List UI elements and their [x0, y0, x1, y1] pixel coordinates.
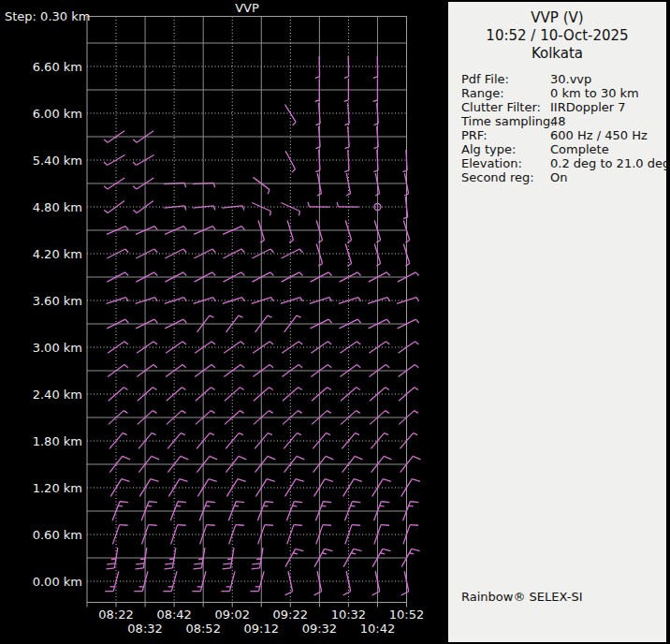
- wind-barb: [344, 103, 349, 125]
- barb-feather: [164, 568, 172, 569]
- barb-feather: [125, 227, 128, 230]
- barb-feather: [385, 433, 389, 435]
- meta-row-range: Range: 0 km to 30 km: [461, 86, 666, 100]
- barb-feather: [413, 456, 420, 460]
- barb-feather: [337, 202, 338, 207]
- wind-barb: [315, 126, 320, 149]
- barb-feather: [354, 479, 362, 482]
- barb-staff: [348, 126, 350, 147]
- barb-feather: [268, 456, 275, 460]
- barb-feather: [325, 479, 333, 482]
- wind-barb: [398, 342, 418, 354]
- barb-feather: [357, 365, 360, 368]
- wind-barb: [168, 479, 187, 497]
- barb-feather: [154, 227, 157, 230]
- barb-feather: [153, 411, 156, 414]
- barb-feather: [384, 456, 391, 460]
- meta-value: 600 Hz / 450 Hz: [550, 128, 666, 142]
- barb-feather: [269, 342, 273, 344]
- barb-feather: [120, 502, 128, 503]
- x-axis-label: 10:42: [360, 622, 395, 636]
- barb-feather: [207, 525, 215, 526]
- barb-feather: [270, 249, 273, 253]
- barb-feather: [297, 315, 301, 317]
- meta-label: Second reg:: [461, 170, 550, 184]
- barb-feather: [125, 319, 128, 323]
- barb-feather: [328, 319, 331, 323]
- meta-row-elevation: Elevation: 0.2 deg to 21.0 deg: [461, 156, 666, 170]
- barb-feather: [182, 411, 185, 414]
- barb-staff: [377, 103, 379, 124]
- barb-feather: [415, 342, 419, 344]
- barb-feather: [315, 77, 320, 78]
- barb-feather: [124, 388, 127, 390]
- barb-feather: [308, 202, 309, 207]
- barb-feather: [265, 525, 273, 526]
- barb-feather: [165, 564, 173, 564]
- barb-feather: [154, 319, 157, 323]
- barb-feather: [135, 568, 143, 569]
- barb-feather: [133, 210, 137, 212]
- barb-staff: [113, 571, 119, 591]
- metadata-list: Pdf File: 30.vvp Range: 0 km to 30 km Cl…: [448, 72, 666, 184]
- y-axis-label: 0.00 km: [33, 575, 82, 589]
- wind-barb: [397, 298, 419, 304]
- barb-feather: [149, 502, 157, 503]
- wind-barb: [109, 433, 127, 449]
- meta-value: 0.2 deg to 21.0 deg: [550, 156, 670, 170]
- barb-feather: [238, 479, 246, 482]
- barb-feather: [125, 249, 128, 253]
- barb-feather: [213, 298, 216, 301]
- barb-feather: [265, 502, 273, 503]
- barb-feather: [357, 342, 360, 344]
- meta-value: Complete: [550, 142, 666, 156]
- barb-feather: [211, 388, 214, 390]
- meta-value: 30.vvp: [550, 72, 666, 86]
- barb-feather: [410, 502, 418, 503]
- barb-feather: [343, 592, 351, 595]
- barb-feather: [184, 298, 187, 301]
- meta-value: 0 km to 30 km: [550, 86, 666, 100]
- x-axis-label: 08:32: [127, 622, 162, 636]
- barb-feather: [380, 505, 385, 506]
- barb-staff: [377, 126, 379, 147]
- wind-barb: [337, 202, 358, 207]
- barb-feather: [409, 553, 414, 554]
- wind-barb: [344, 56, 349, 78]
- wind-barb: [312, 388, 331, 401]
- barb-feather: [240, 342, 244, 344]
- barb-feather: [325, 549, 333, 550]
- wind-barb: [400, 433, 417, 449]
- plot-title: VVP: [235, 1, 259, 15]
- x-axis-label: 09:02: [214, 607, 249, 622]
- barb-feather: [386, 319, 389, 323]
- meta-label: Elevation:: [461, 156, 550, 170]
- wind-barb: [342, 433, 359, 449]
- wind-barb: [163, 571, 177, 591]
- barb-feather: [357, 272, 360, 276]
- barb-staff: [164, 206, 184, 208]
- barb-feather: [212, 249, 215, 253]
- barb-feather: [104, 139, 108, 142]
- y-axis-label: 6.60 km: [33, 60, 82, 74]
- step-size-label: Step: 0.30 km: [5, 9, 90, 23]
- wind-barb: [193, 206, 215, 211]
- wind-barb: [139, 479, 158, 497]
- wind-barb: [250, 571, 264, 591]
- barb-feather: [194, 568, 202, 569]
- barb-feather: [344, 77, 349, 78]
- x-axis-label: 08:42: [156, 607, 191, 622]
- barb-feather: [386, 365, 389, 368]
- barb-feather: [296, 549, 304, 550]
- y-axis-label: 3.00 km: [33, 341, 82, 355]
- barb-feather: [410, 525, 418, 526]
- barb-feather: [292, 505, 297, 506]
- barb-feather: [344, 100, 349, 101]
- wind-barb: [314, 571, 322, 595]
- barb-feather: [133, 186, 137, 189]
- meta-label: Alg type:: [461, 142, 550, 156]
- barb-feather: [326, 433, 330, 435]
- barb-feather: [263, 505, 268, 506]
- barb-feather: [211, 342, 215, 344]
- barb-feather: [227, 559, 232, 560]
